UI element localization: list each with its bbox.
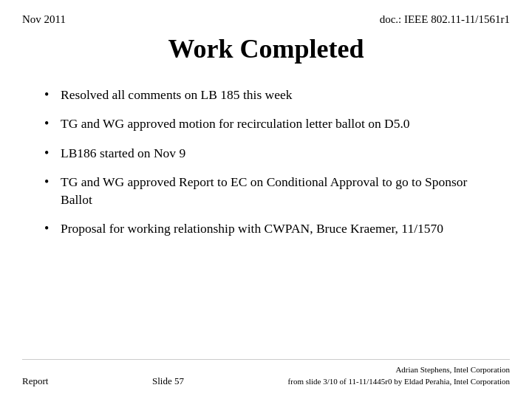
slide-footer: Report Slide 57 Adrian Stephens, Intel C… xyxy=(22,359,510,387)
title-section: Work Completed xyxy=(22,33,510,65)
slide-title: Work Completed xyxy=(22,33,510,65)
bullet-dot-4: • xyxy=(44,173,61,191)
footer-author-line2: from slide 3/10 of 11-11/1445r0 by Eldad… xyxy=(288,376,510,387)
content-section: • Resolved all comments on LB 185 this w… xyxy=(22,86,510,238)
bullet-item-1: • Resolved all comments on LB 185 this w… xyxy=(44,86,495,104)
bullet-text-1: Resolved all comments on LB 185 this wee… xyxy=(61,86,495,104)
bullet-text-4: TG and WG approved Report to EC on Condi… xyxy=(61,173,495,209)
bullet-text-3: LB186 started on Nov 9 xyxy=(61,144,495,163)
footer-author-line1: Adrian Stephens, Intel Corporation xyxy=(288,364,510,375)
bullet-text-5: Proposal for working relationship with C… xyxy=(61,219,495,238)
footer-slide-number: Slide 57 xyxy=(152,375,184,387)
bullet-item-2: • TG and WG approved motion for recircul… xyxy=(44,115,495,133)
header-date: Nov 2011 xyxy=(22,13,66,26)
slide-header: Nov 2011 doc.: IEEE 802.11-11/1561r1 xyxy=(22,13,510,26)
bullet-dot-3: • xyxy=(44,144,61,163)
bullet-item-4: • TG and WG approved Report to EC on Con… xyxy=(44,173,495,209)
footer-report-label: Report xyxy=(22,375,48,387)
bullet-dot-2: • xyxy=(44,115,61,133)
bullet-item-3: • LB186 started on Nov 9 xyxy=(44,144,495,163)
footer-author: Adrian Stephens, Intel Corporation from … xyxy=(288,364,510,387)
bullet-item-5: • Proposal for working relationship with… xyxy=(44,219,495,238)
bullet-dot-5: • xyxy=(44,219,61,238)
header-doc-id: doc.: IEEE 802.11-11/1561r1 xyxy=(380,13,510,26)
bullet-dot-1: • xyxy=(44,86,61,104)
slide-container: Nov 2011 doc.: IEEE 802.11-11/1561r1 Wor… xyxy=(0,0,532,399)
bullet-text-2: TG and WG approved motion for recirculat… xyxy=(61,115,495,133)
